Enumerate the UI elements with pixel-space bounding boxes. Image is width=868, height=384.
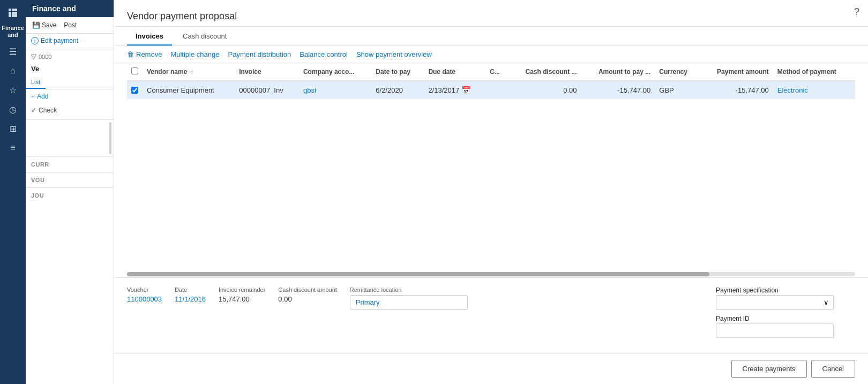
home-icon[interactable]: ⌂: [4, 62, 21, 79]
sidebar-vouch-label: VOU: [26, 175, 114, 185]
check-icon: ✓: [31, 107, 36, 114]
sidebar-divider-4: [26, 187, 114, 188]
cancel-button[interactable]: Cancel: [811, 360, 855, 378]
save-button[interactable]: 💾 Save: [30, 20, 58, 30]
table-row[interactable]: Consumer Equipment 00000007_Inv gbsi 6/2…: [127, 81, 855, 99]
col-due-date: Due date: [424, 63, 485, 81]
scrollbar-thumb: [127, 272, 709, 276]
date-field: Date 11/1/2016: [175, 287, 206, 303]
col-invoice: Invoice: [235, 63, 299, 81]
remove-action[interactable]: 🗑 Remove: [127, 50, 162, 58]
dialog-toolbar: 🗑 Remove Multiple change Payment distrib…: [114, 46, 868, 63]
filter-icon[interactable]: ▽: [31, 52, 36, 61]
sidebar-curr-label: CURR: [26, 159, 114, 170]
svg-rect-5: [14, 12, 17, 14]
sidebar-check-button[interactable]: ✓ Check: [26, 103, 114, 117]
date-value[interactable]: 11/1/2016: [175, 295, 206, 303]
cash-discount-amount-label: Cash discount amount: [278, 287, 336, 293]
invoices-table-container[interactable]: Vendor name ↑ Invoice Company acco... Da…: [114, 63, 868, 271]
invoice-remainder-label: Invoice remainder: [219, 287, 265, 293]
sidebar-divider: [26, 119, 114, 120]
payment-id-label: Payment ID: [716, 315, 855, 322]
cell-company-account[interactable]: gbsi: [299, 81, 371, 99]
show-payment-overview-action[interactable]: Show payment overview: [356, 50, 432, 58]
hamburger-icon[interactable]: ☰: [4, 43, 21, 60]
app-title-short: Finance and: [0, 24, 26, 43]
detail-right-panel: Payment specification ∨ Payment ID: [716, 287, 855, 338]
col-company-account: Company acco...: [299, 63, 371, 81]
post-button[interactable]: Post: [62, 20, 79, 30]
cell-c: [485, 81, 508, 99]
remittance-location-value[interactable]: Primary: [350, 295, 468, 310]
create-payments-button[interactable]: Create payments: [731, 360, 807, 378]
cell-invoice: 00000007_Inv: [235, 81, 299, 99]
detail-fields-row: Voucher 110000003 Date 11/1/2016 Invoice…: [127, 287, 855, 338]
sidebar-add-button[interactable]: + Add: [26, 89, 114, 103]
payment-specification-select[interactable]: ∨: [716, 295, 834, 310]
payment-distribution-action[interactable]: Payment distribution: [228, 50, 291, 58]
row-checkbox[interactable]: [131, 87, 138, 94]
info-icon: i: [31, 37, 39, 44]
col-date-to-pay: Date to pay: [371, 63, 424, 81]
voucher-value[interactable]: 110000003: [127, 295, 162, 303]
cell-vendor-name: Consumer Equipment: [143, 81, 235, 99]
tab-invoices[interactable]: Invoices: [127, 27, 172, 46]
recent-icon[interactable]: ◷: [4, 101, 21, 118]
sidebar-entry: Ve: [26, 63, 114, 74]
payment-specification-group: Payment specification ∨: [716, 287, 855, 310]
main-content: ? Vendor payment proposal Invoices Cash …: [114, 0, 868, 384]
edit-payment-button[interactable]: i Edit payment: [26, 34, 114, 48]
second-sidebar: Finance and 💾 Save Post i Edit payment ▽…: [26, 0, 114, 384]
col-checkbox: [127, 63, 143, 81]
remittance-location-label: Remittance location: [350, 287, 468, 293]
dialog-overlay: ? Vendor payment proposal Invoices Cash …: [114, 0, 868, 384]
plus-icon: +: [31, 93, 35, 100]
cell-payment-amount: -15,747.00: [700, 81, 773, 99]
grid-icon[interactable]: ⊞: [4, 120, 21, 137]
sidebar-tab-list[interactable]: List: [26, 76, 46, 89]
sidebar-divider-2: [26, 156, 114, 157]
vendor-payment-dialog: ? Vendor payment proposal Invoices Cash …: [114, 0, 868, 384]
apps-icon[interactable]: [4, 4, 21, 21]
svg-rect-4: [12, 12, 14, 14]
voucher-field: Voucher 110000003: [127, 287, 162, 303]
tab-cash-discount[interactable]: Cash discount: [174, 27, 235, 46]
col-payment-amount: Payment amount: [700, 63, 773, 81]
invoice-remainder-field: Invoice remainder 15,747.00: [219, 287, 265, 303]
help-icon[interactable]: ?: [854, 6, 859, 18]
date-label: Date: [175, 287, 206, 293]
cell-date-to-pay: 6/2/2020: [371, 81, 424, 99]
cell-due-date: 2/13/2017 📅: [424, 81, 485, 99]
star-icon[interactable]: ☆: [4, 81, 21, 99]
sidebar-tabs: List: [26, 76, 114, 89]
cash-discount-amount-value: 0.00: [278, 295, 336, 303]
remove-icon: 🗑: [127, 50, 134, 58]
col-cash-discount: Cash discount ...: [508, 63, 581, 81]
payment-specification-label: Payment specification: [716, 287, 855, 294]
payment-id-input[interactable]: [716, 323, 834, 338]
col-vendor-name: Vendor name ↑: [143, 63, 235, 81]
calendar-icon[interactable]: 📅: [461, 86, 470, 94]
svg-rect-1: [12, 9, 14, 11]
detail-panel: Voucher 110000003 Date 11/1/2016 Invoice…: [114, 277, 868, 353]
svg-rect-8: [14, 14, 17, 17]
cell-cash-discount: 0.00: [508, 81, 581, 99]
sidebar-scrollbar[interactable]: [109, 122, 111, 154]
sidebar-toolbar: 💾 Save Post: [26, 17, 114, 34]
cell-amount-to-pay: -15,747.00: [581, 81, 655, 99]
row-checkbox-cell: [127, 81, 143, 99]
cell-method-of-payment[interactable]: Electronic: [773, 81, 855, 99]
sidebar-jour-label: JOU: [26, 190, 114, 201]
list-icon[interactable]: ≡: [4, 139, 21, 156]
multiple-change-action[interactable]: Multiple change: [170, 50, 219, 58]
col-c: C...: [485, 63, 508, 81]
select-all-checkbox[interactable]: [131, 67, 138, 74]
dialog-tabs: Invoices Cash discount: [114, 27, 868, 46]
save-icon: 💾: [32, 21, 40, 29]
svg-rect-6: [9, 14, 11, 17]
sort-arrow-icon: ↑: [191, 69, 193, 75]
table-horizontal-scrollbar[interactable]: [127, 272, 855, 276]
balance-control-action[interactable]: Balance control: [300, 50, 348, 58]
dialog-footer: Create payments Cancel: [114, 353, 868, 384]
sidebar-app-title: Finance and: [26, 0, 114, 17]
